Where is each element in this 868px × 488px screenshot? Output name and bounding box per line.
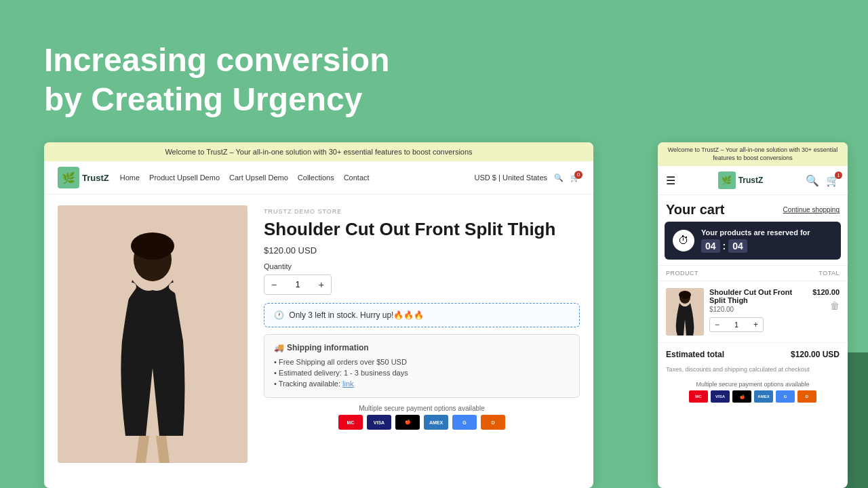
clock-icon: 🕐 — [274, 310, 284, 320]
estimated-total-value: $120.00 USD — [791, 350, 840, 359]
mobile-mockup: Welcome to TrustZ – Your all-in-one solu… — [658, 142, 848, 488]
product-price: $120.00 USD — [264, 245, 580, 256]
quantity-control: − 1 + — [264, 274, 332, 295]
headline-line1: Increasing conversion — [44, 42, 390, 78]
mobile-logo-icon: 🌿 — [718, 171, 736, 189]
product-image — [58, 205, 248, 463]
amex-icon: AMEX — [424, 415, 448, 430]
svg-point-5 — [679, 291, 691, 299]
cart-table-header: PRODUCT TOTAL — [658, 265, 848, 281]
desktop-nav-right: USD $ | United States 🔍 🛒 0 — [475, 174, 580, 182]
mobile-visa-icon: VISA — [711, 390, 730, 403]
visa-icon: VISA — [367, 415, 391, 430]
mobile-gpay-icon: G — [776, 390, 795, 403]
desktop-logo-icon: 🌿 — [58, 167, 79, 188]
shipping-title: 🚚 Shipping information — [274, 343, 570, 352]
gpay-icon: G — [452, 415, 477, 430]
cart-qty-decrease[interactable]: − — [710, 318, 724, 331]
headline-line2-regular: by — [44, 81, 91, 117]
payment-section: Multiple secure payment options availabl… — [264, 405, 580, 430]
apple-pay-icon: 🍎 — [395, 415, 420, 430]
store-label: TRUSTZ DEMO STORE — [264, 208, 580, 215]
mastercard-icon: MC — [338, 415, 363, 430]
desktop-announcement-text: Welcome to TrustZ – Your all-in-one solu… — [165, 148, 472, 156]
cart-item-quantity: − 1 + — [709, 317, 764, 332]
timer-digits: 04 : 04 — [701, 239, 810, 253]
estimated-total: Estimated total $120.00 USD — [658, 343, 848, 366]
nav-link-product-upsell[interactable]: Product Upsell Demo — [149, 174, 220, 182]
mobile-mastercard-icon: MC — [689, 390, 708, 403]
shipping-item-3: Tracking available: link — [274, 378, 570, 389]
mobile-payment-icons: MC VISA 🍎 AMEX G D — [666, 390, 840, 403]
nav-link-collections[interactable]: Collections — [298, 174, 334, 182]
tracking-link[interactable]: link — [342, 380, 354, 388]
cart-header: Your cart Continue shopping — [658, 195, 848, 222]
product-details: TRUSTZ DEMO STORE Shoulder Cut Out Front… — [264, 205, 580, 475]
shipping-info: 🚚 Shipping information Free Shipping all… — [264, 334, 580, 398]
mobile-announcement: Welcome to TrustZ – Your all-in-one solu… — [658, 142, 848, 166]
headline-line2-highlight: Creating Urgency — [91, 81, 362, 117]
desktop-cart-icon[interactable]: 🛒 0 — [570, 174, 580, 182]
mobile-announcement-text: Welcome to TrustZ – Your all-in-one solu… — [668, 146, 838, 161]
estimated-total-label: Estimated total — [666, 350, 724, 359]
timer-seconds: 04 — [728, 239, 747, 253]
cart-item-right: $120.00 🗑 — [812, 288, 840, 336]
mobile-nav-actions: 🔍 🛒 1 — [806, 174, 840, 187]
nav-link-home[interactable]: Home — [120, 174, 140, 182]
truck-icon: 🚚 — [274, 343, 284, 352]
mobile-cart-badge: 1 — [835, 171, 842, 179]
cart-qty-increase[interactable]: + — [749, 318, 763, 331]
discover-icon: D — [481, 415, 505, 430]
svg-point-2 — [131, 232, 174, 260]
mobile-hamburger-icon[interactable]: ☰ — [666, 174, 675, 187]
cart-item-info: Shoulder Cut Out Front Split Thigh $120.… — [709, 288, 807, 336]
currency-selector[interactable]: USD $ | United States — [475, 174, 547, 182]
continue-shopping-link[interactable]: Continue shopping — [783, 206, 840, 214]
cart-item-name: Shoulder Cut Out Front Split Thigh — [709, 288, 807, 304]
mobile-logo[interactable]: 🌿 TrustZ — [718, 171, 764, 189]
desktop-product-area: TRUSTZ DEMO STORE Shoulder Cut Out Front… — [44, 195, 593, 486]
product-column-header: PRODUCT — [666, 270, 698, 277]
quantity-decrease-button[interactable]: − — [264, 275, 283, 294]
cart-item-price: $120.00 — [812, 288, 840, 296]
desktop-logo[interactable]: 🌿 TrustZ — [58, 167, 109, 188]
cart-item: Shoulder Cut Out Front Split Thigh $120.… — [658, 281, 848, 343]
estimated-total-note: Taxes, discounts and shipping calculated… — [658, 366, 848, 378]
timer-info: Your products are reserved for 04 : 04 — [701, 228, 810, 253]
nav-link-contact[interactable]: Contact — [344, 174, 370, 182]
shipping-item-1: Free Shipping all orders over $50 USD — [274, 357, 570, 367]
mobile-apple-pay-icon: 🍎 — [732, 390, 751, 403]
desktop-logo-text: TrustZ — [82, 173, 109, 183]
desktop-nav-links: Home Product Upsell Demo Cart Upsell Dem… — [120, 174, 464, 182]
search-icon[interactable]: 🔍 — [554, 174, 564, 182]
mobile-cart-icon[interactable]: 🛒 1 — [826, 174, 840, 187]
stock-alert: 🕐 Only 3 left in stock. Hurry up!🔥🔥🔥 — [264, 303, 580, 327]
mobile-discover-icon: D — [797, 390, 816, 403]
quantity-label: Quantity — [264, 262, 580, 270]
cart-item-sub-price: $120.00 — [709, 306, 807, 313]
payment-label: Multiple secure payment options availabl… — [264, 405, 580, 412]
desktop-nav: 🌿 TrustZ Home Product Upsell Demo Cart U… — [44, 161, 593, 195]
cart-qty-value: 1 — [724, 321, 749, 329]
mobile-amex-icon: AMEX — [754, 390, 773, 403]
timer-colon: : — [723, 241, 726, 251]
mobile-search-icon[interactable]: 🔍 — [806, 174, 819, 187]
product-title: Shoulder Cut Out Front Split Thigh — [264, 219, 580, 240]
cart-delete-icon[interactable]: 🗑 — [830, 300, 840, 311]
headline: Increasing conversion by Creating Urgenc… — [44, 41, 390, 119]
mobile-nav: ☰ 🌿 TrustZ 🔍 🛒 1 — [658, 166, 848, 195]
payment-icons: MC VISA 🍎 AMEX G D — [264, 415, 580, 430]
desktop-cart-badge: 0 — [574, 171, 583, 179]
quantity-increase-button[interactable]: + — [312, 275, 331, 294]
desktop-announcement-bar: Welcome to TrustZ – Your all-in-one solu… — [44, 142, 593, 161]
timer-text: Your products are reserved for — [701, 228, 810, 237]
total-column-header: TOTAL — [818, 270, 840, 277]
timer-box: ⏱ Your products are reserved for 04 : 04 — [665, 222, 841, 260]
timer-minutes: 04 — [701, 239, 720, 253]
cart-item-image — [666, 288, 704, 336]
shipping-items: Free Shipping all orders over $50 USD Es… — [274, 357, 570, 389]
nav-link-cart-upsell[interactable]: Cart Upsell Demo — [229, 174, 288, 182]
desktop-mockup: Welcome to TrustZ – Your all-in-one solu… — [44, 142, 593, 488]
mobile-logo-text: TrustZ — [738, 176, 764, 185]
mobile-payment-label: Multiple secure payment options availabl… — [666, 381, 840, 388]
